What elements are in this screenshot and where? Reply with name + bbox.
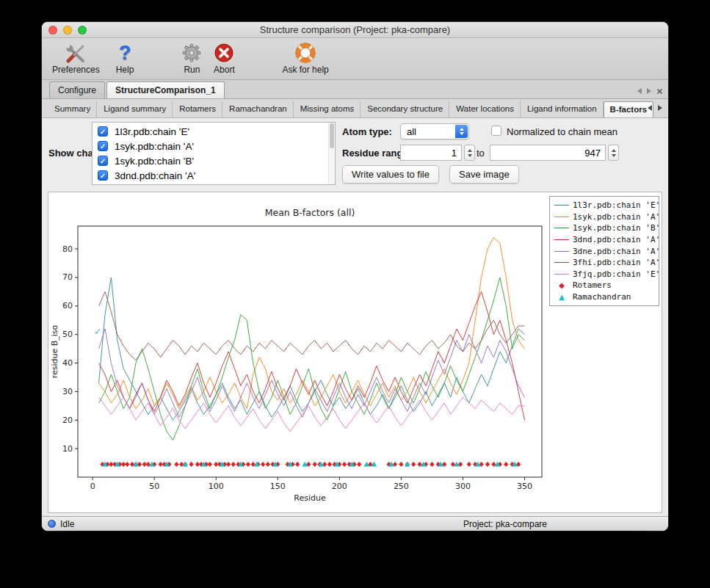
chain-row[interactable]: ✓1syk.pdb:chain 'A' [93,139,335,153]
legend-label: Ramachandran [573,292,631,302]
legend-line-sample [554,217,569,217]
svg-text:300: 300 [455,482,471,491]
residue-to-stepper[interactable] [608,145,619,161]
legend-line-sample [554,228,569,228]
to-label: to [477,148,485,159]
abort-icon [213,41,235,65]
legend-label: Rotamers [573,280,612,290]
chart-panel: 0501001502002503003501020304050607080Mea… [48,192,662,513]
help-button[interactable]: ? Help [113,41,137,75]
legend-line-sample [554,262,569,263]
legend-label: 3dne.pdb:chain 'A' [573,247,660,256]
controls-panel: Show chains: ✓1l3r.pdb:chain 'E'✓1syk.pd… [42,118,668,192]
svg-text:80: 80 [62,244,73,254]
tab-ligand-information[interactable]: Ligand information [521,101,604,117]
svg-text:0: 0 [90,482,95,491]
legend-item: 3dne.pdb:chain 'A' [554,245,655,257]
toolbar-label: Help [116,65,134,75]
legend-item: 1syk.pdb:chain 'A' [554,211,655,223]
svg-text:60: 60 [62,301,73,311]
tab-missing-atoms[interactable]: Missing atoms [294,101,361,117]
abort-button[interactable]: Abort [210,41,238,75]
run-button[interactable]: Run [178,41,206,75]
tab-rotamers[interactable]: Rotamers [173,101,222,117]
legend-item: 3dnd.pdb:chain 'A' [554,234,655,246]
residue-from-stepper[interactable] [464,145,475,161]
legend-item: ◆Rotamers [554,280,655,291]
tab-secondary-structure[interactable]: Secondary structure [361,101,449,117]
chain-checkbox[interactable]: ✓ [98,156,108,166]
legend-label: 3fhi.pdb:chain 'A' [573,258,660,267]
svg-text:Mean B-factors (all): Mean B-factors (all) [265,207,355,218]
toolbar-label: Run [184,65,200,75]
svg-text:Residue: Residue [294,493,326,503]
close-window-button[interactable] [48,26,57,35]
status-text: Idle [60,519,74,529]
legend-item: ▲Ramachandran [554,291,655,303]
window-title: Structure comparison (Project: pka-compa… [42,24,668,35]
toolbar-label: Ask for help [282,65,328,75]
toolbar-label: Abort [214,65,235,75]
subtab-scroll-left-icon[interactable] [648,105,652,111]
minimize-window-button[interactable] [63,26,72,35]
svg-text:30: 30 [62,387,73,396]
normalized-label: Normalized to chain mean [507,126,617,137]
atom-type-select[interactable]: all [400,123,469,139]
legend-line-sample [554,239,569,240]
chain-row[interactable]: ✓1l3r.pdb:chain 'E' [93,124,335,139]
zoom-window-button[interactable] [78,26,87,35]
legend-label: 1syk.pdb:chain 'A' [573,212,660,222]
chain-list[interactable]: ✓1l3r.pdb:chain 'E'✓1syk.pdb:chain 'A'✓1… [92,122,336,185]
write-values-button[interactable]: Write values to file [342,165,439,184]
svg-text:70: 70 [62,272,73,282]
tab-structurecomparison-1[interactable]: StructureComparison_1 [106,81,225,98]
sub-tabbar-tabs: SummaryLigand summaryRotamersRamachandra… [48,101,653,117]
titlebar[interactable]: Structure comparison (Project: pka-compa… [42,22,668,38]
save-image-button[interactable]: Save image [449,165,519,184]
preferences-button[interactable]: Preferences [49,41,103,75]
chain-checkbox[interactable]: ✓ [98,141,108,151]
scrollbar-thumb[interactable] [330,123,334,148]
tab-water-locations[interactable]: Water locations [449,101,521,117]
status-indicator-icon [48,520,56,528]
tab-ligand-summary[interactable]: Ligand summary [97,101,173,117]
svg-text:50: 50 [62,330,73,339]
legend-label: 3dnd.pdb:chain 'A' [573,235,660,244]
sub-tabbar: SummaryLigand summaryRotamersRamachandra… [42,99,668,118]
tab-forward-icon[interactable] [647,88,651,94]
tab-back-icon[interactable] [637,88,642,94]
atom-type-label: Atom type: [342,126,392,137]
svg-text:✓: ✓ [94,326,102,337]
tab-b-factors[interactable]: B-factors [604,101,653,117]
legend-diamond-icon: ◆ [554,282,569,289]
subtab-scroll-right-icon[interactable] [658,105,662,111]
chain-row[interactable]: ✓1syk.pdb:chain 'B' [93,153,335,168]
app-window: Structure comparison (Project: pka-compa… [42,22,668,531]
toolbar-label: Preferences [52,65,100,75]
svg-text:250: 250 [394,482,409,491]
atom-type-value: all [407,126,416,137]
traffic-lights [48,26,87,35]
svg-text:40: 40 [62,358,73,368]
project-label: Project: pka-compare [463,519,547,529]
chain-row[interactable]: ✓3dnd.pdb:chain 'A' [93,168,335,183]
svg-text:100: 100 [209,482,224,491]
svg-text:residue B_iso: residue B_iso [50,324,59,378]
residue-from-input[interactable] [400,145,462,161]
chain-label: 1syk.pdb:chain 'B' [115,156,194,167]
tab-summary[interactable]: Summary [48,101,97,117]
normalized-checkbox[interactable] [491,126,501,136]
legend-item: 1l3r.pdb:chain 'E' [554,200,655,211]
chain-checkbox[interactable]: ✓ [98,170,108,181]
svg-text:10: 10 [62,444,73,454]
legend-line-sample [554,251,569,252]
ask-for-help-button[interactable]: Ask for help [279,41,331,75]
tab-configure[interactable]: Configure [49,81,105,98]
legend-line-sample [554,274,569,275]
svg-text:200: 200 [332,482,347,491]
tab-close-icon[interactable] [656,84,663,98]
residue-to-input[interactable] [490,145,606,161]
chain-list-scrollbar[interactable] [328,123,335,184]
tab-ramachandran[interactable]: Ramachandran [222,101,294,117]
chain-checkbox[interactable]: ✓ [98,126,108,137]
